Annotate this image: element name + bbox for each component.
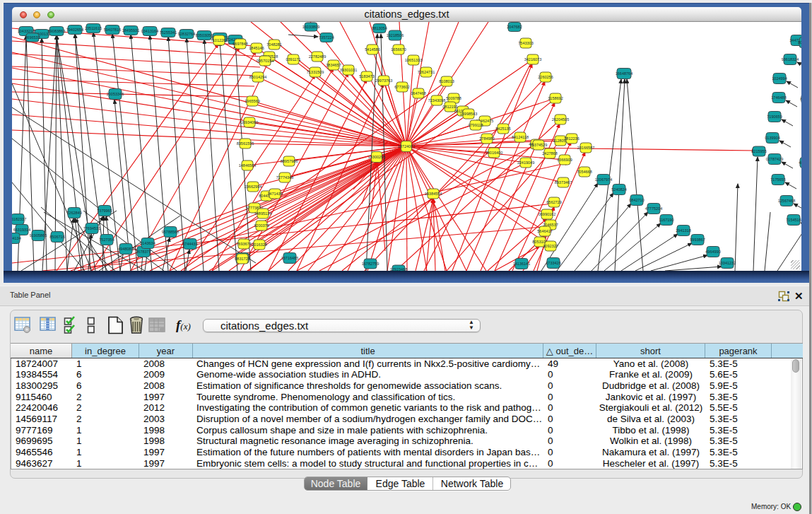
svg-text:7054668: 7054668 (577, 170, 592, 174)
svg-text:09570154: 09570154 (257, 59, 273, 63)
svg-text:23166587: 23166587 (577, 146, 594, 150)
svg-text:1656670: 1656670 (391, 47, 406, 52)
svg-text:92832764: 92832764 (178, 32, 195, 36)
svg-text:39301031: 39301031 (340, 68, 357, 72)
svg-text:16648764: 16648764 (616, 71, 632, 76)
svg-text:7693676: 7693676 (236, 242, 251, 246)
svg-text:7357224: 7357224 (319, 35, 334, 40)
svg-text:3471434: 3471434 (267, 192, 282, 196)
svg-text:4824771: 4824771 (799, 160, 801, 165)
svg-text:1024994: 1024994 (772, 76, 787, 81)
svg-text:79402654: 79402654 (66, 28, 83, 32)
svg-text:02787429: 02787429 (766, 157, 783, 161)
svg-text:10433218: 10433218 (18, 29, 35, 33)
svg-text:06990162: 06990162 (539, 212, 555, 216)
svg-text:1733426: 1733426 (546, 261, 560, 265)
svg-text:23511615: 23511615 (85, 26, 102, 30)
svg-text:1746488: 1746488 (771, 95, 786, 100)
svg-text:0831727: 0831727 (235, 257, 249, 261)
svg-text:2784980: 2784980 (479, 136, 494, 141)
svg-text:4964990: 4964990 (705, 250, 720, 254)
svg-text:3158692: 3158692 (548, 96, 563, 100)
svg-text:20053346: 20053346 (107, 92, 124, 96)
svg-text:0647468: 0647468 (411, 91, 425, 95)
svg-text:5812236: 5812236 (564, 136, 579, 141)
svg-text:14136141: 14136141 (513, 262, 530, 266)
svg-text:8087603: 8087603 (798, 40, 801, 45)
svg-text:14846564: 14846564 (239, 163, 256, 168)
svg-text:5240824: 5240824 (611, 187, 626, 192)
svg-text:6562729: 6562729 (546, 200, 561, 204)
svg-text:8597703: 8597703 (800, 97, 801, 101)
svg-text:84124118: 84124118 (512, 135, 529, 139)
svg-text:8215955: 8215955 (751, 149, 766, 153)
svg-text:2047682: 2047682 (507, 25, 522, 29)
svg-text:0366909: 0366909 (557, 158, 572, 162)
svg-text:1965569: 1965569 (245, 99, 259, 103)
svg-text:66319314: 66319314 (13, 228, 30, 232)
svg-text:5009788: 5009788 (446, 96, 461, 100)
svg-text:91905865: 91905865 (30, 233, 47, 238)
svg-text:1167190: 1167190 (659, 218, 673, 222)
svg-text:35182337: 35182337 (12, 217, 26, 221)
svg-text:26204505: 26204505 (552, 117, 569, 122)
svg-text:8108013: 8108013 (439, 79, 454, 83)
svg-text:8506716: 8506716 (49, 235, 64, 239)
svg-text:5414586: 5414586 (365, 47, 379, 52)
svg-text:13716485: 13716485 (281, 256, 298, 260)
svg-text:7154516: 7154516 (786, 218, 801, 222)
svg-text:18724007: 18724007 (398, 144, 415, 148)
svg-text:71331509: 71331509 (307, 70, 324, 74)
svg-text:3678377: 3678377 (136, 250, 151, 254)
svg-text:75255341: 75255341 (160, 30, 177, 35)
svg-text:72774348: 72774348 (276, 175, 293, 180)
svg-text:7379965: 7379965 (97, 209, 112, 213)
svg-text:2260256: 2260256 (538, 75, 553, 79)
svg-text:2427868: 2427868 (542, 151, 557, 156)
svg-text:34216073: 34216073 (524, 57, 541, 62)
svg-text:7262849: 7262849 (66, 211, 81, 215)
svg-text:74016400: 74016400 (486, 151, 502, 155)
svg-text:0143634: 0143634 (140, 241, 155, 245)
svg-text:0799118: 0799118 (468, 123, 483, 127)
svg-text:0391171: 0391171 (286, 57, 300, 62)
svg-text:9696532: 9696532 (25, 35, 40, 40)
svg-text:7190659: 7190659 (767, 115, 782, 119)
svg-text:72624731: 72624731 (418, 70, 435, 74)
svg-text:12419049: 12419049 (517, 160, 534, 165)
svg-text:2016328: 2016328 (252, 243, 266, 247)
svg-text:18495931: 18495931 (122, 28, 139, 33)
svg-text:5744431: 5744431 (182, 242, 197, 246)
svg-text:29973763: 29973763 (375, 78, 392, 83)
svg-text:6697848: 6697848 (233, 42, 247, 46)
svg-text:83503056: 83503056 (196, 33, 213, 37)
svg-text:4948083: 4948083 (118, 247, 133, 251)
svg-text:89373467: 89373467 (555, 180, 572, 185)
svg-text:0842710: 0842710 (629, 198, 644, 202)
svg-text:47775204: 47775204 (645, 206, 662, 211)
svg-text:23662994: 23662994 (245, 185, 261, 189)
svg-text:22782489: 22782489 (309, 54, 326, 59)
svg-text:8813054: 8813054 (372, 26, 387, 30)
svg-text:0139904: 0139904 (765, 136, 779, 140)
svg-text:72343098: 72343098 (428, 98, 445, 103)
svg-text:7048281: 7048281 (266, 42, 281, 47)
svg-text:93618324: 93618324 (782, 57, 799, 62)
svg-text:7543303: 7543303 (518, 41, 533, 45)
svg-text:19374529: 19374529 (530, 143, 547, 147)
svg-text:16782759: 16782759 (362, 262, 379, 266)
svg-text:5646417: 5646417 (537, 229, 552, 233)
svg-text:12923468: 12923468 (390, 267, 407, 271)
svg-text:85014294: 85014294 (249, 75, 266, 79)
svg-text:7175655: 7175655 (770, 177, 785, 182)
svg-text:3200379: 3200379 (254, 223, 269, 228)
svg-text:3092327: 3092327 (543, 244, 558, 248)
svg-text:59407816: 59407816 (104, 28, 121, 32)
svg-text:10651333: 10651333 (405, 58, 422, 62)
svg-text:7527354: 7527354 (99, 238, 114, 242)
svg-text:16033809: 16033809 (302, 25, 319, 29)
svg-text:14895134: 14895134 (254, 211, 271, 216)
svg-text:88957986: 88957986 (281, 159, 298, 163)
svg-text:8425135: 8425135 (495, 127, 510, 131)
svg-text:9894134: 9894134 (12, 236, 21, 240)
